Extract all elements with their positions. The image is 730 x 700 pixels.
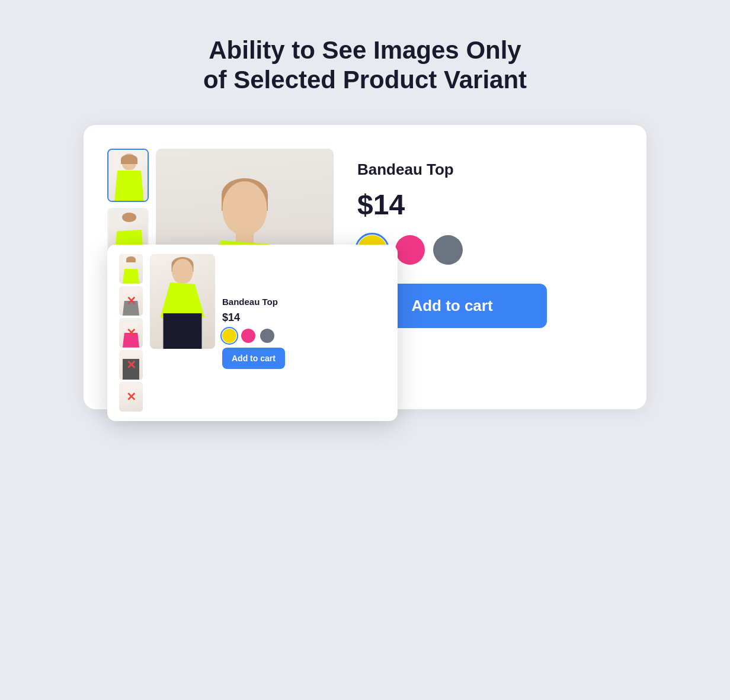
- mini-thumb-cross-2[interactable]: ✕: [119, 318, 143, 348]
- color-swatch-pink[interactable]: [395, 235, 425, 265]
- mini-color-swatch-gray[interactable]: [260, 329, 274, 343]
- main-product-card: Bandeau Top $14 Add to cart: [84, 125, 646, 409]
- mini-product-info: Bandeau Top $14 Add to cart: [222, 254, 386, 412]
- cross-icon-2: ✕: [126, 327, 136, 339]
- mini-product-card: ✕ ✕ ✕: [107, 245, 398, 421]
- mini-color-options: [222, 329, 386, 343]
- mini-thumb-cross-3[interactable]: ✕: [119, 350, 143, 380]
- page-title: Ability to See Images Only of Selected P…: [203, 36, 527, 95]
- thumbnail-1[interactable]: [107, 149, 149, 202]
- color-swatch-gray[interactable]: [433, 235, 463, 265]
- mini-product-price: $14: [222, 312, 386, 324]
- product-price: $14: [357, 188, 623, 221]
- mini-color-swatch-pink[interactable]: [241, 329, 255, 343]
- mini-thumb-yellow[interactable]: [119, 254, 143, 284]
- mini-thumbnail-list: ✕ ✕ ✕: [119, 254, 143, 412]
- cross-icon-4: ✕: [126, 391, 136, 403]
- content-wrapper: Bandeau Top $14 Add to cart: [84, 125, 646, 480]
- product-name: Bandeau Top: [357, 160, 623, 179]
- mini-add-to-cart-button[interactable]: Add to cart: [222, 348, 285, 369]
- cross-icon-3: ✕: [126, 359, 136, 371]
- mini-thumb-cross-1[interactable]: ✕: [119, 286, 143, 316]
- cross-icon-1: ✕: [126, 295, 136, 307]
- mini-color-swatch-yellow[interactable]: [222, 329, 236, 343]
- mini-main-photo: [150, 254, 215, 349]
- mini-thumb-cross-4[interactable]: ✕: [119, 382, 143, 412]
- mini-product-name: Bandeau Top: [222, 297, 386, 307]
